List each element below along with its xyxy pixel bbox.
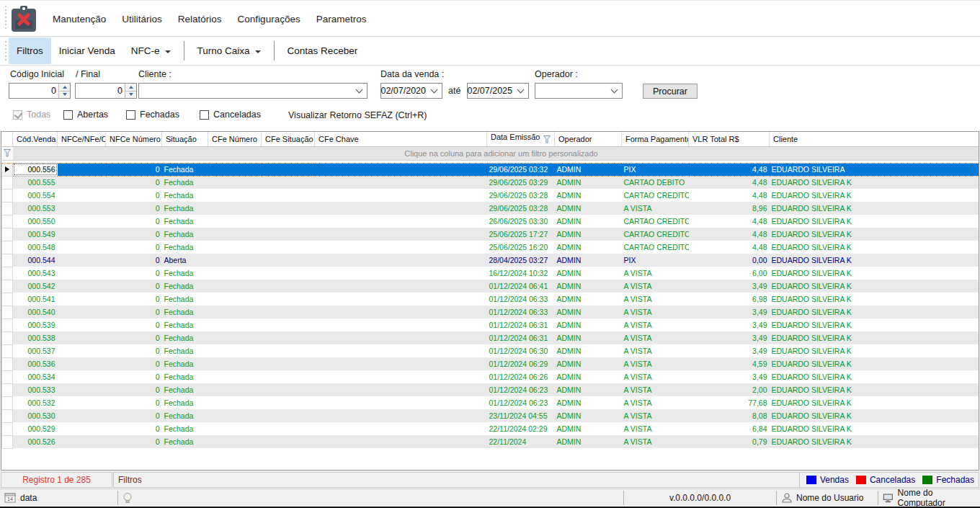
row-indicator-cell[interactable] bbox=[2, 409, 13, 422]
cell-cfe_chave[interactable] bbox=[315, 293, 487, 306]
cell-nfce_nfe_cfe[interactable] bbox=[58, 306, 106, 318]
cell-cfe_numero[interactable] bbox=[208, 357, 262, 370]
cell-cfe_numero[interactable] bbox=[208, 396, 262, 409]
cell-situacao[interactable]: Fechada bbox=[162, 163, 208, 176]
cell-cfe_chave[interactable] bbox=[315, 163, 487, 176]
cell-codigo[interactable]: 000.530 bbox=[13, 409, 58, 422]
cell-nfce_numero[interactable]: 0 bbox=[106, 357, 162, 370]
cell-cfe_situacao[interactable] bbox=[262, 176, 315, 189]
row-indicator-cell[interactable] bbox=[2, 293, 13, 306]
cell-cliente[interactable]: EDUARDO SILVEIRA K bbox=[770, 293, 980, 306]
table-row[interactable]: 000.5480Fechada25/06/2025 16:20ADMINCART… bbox=[2, 241, 980, 254]
cell-operador[interactable]: ADMIN bbox=[555, 176, 622, 189]
cell-cliente[interactable]: EDUARDO SILVEIRA K bbox=[770, 383, 980, 396]
cell-cfe_situacao[interactable] bbox=[262, 318, 315, 331]
cell-cliente[interactable]: EDUARDO SILVEIRA K bbox=[770, 370, 980, 383]
filter-row-header[interactable] bbox=[2, 146, 13, 160]
menu-item-utilit-rios[interactable]: Utilitários bbox=[114, 10, 170, 28]
cell-operador[interactable]: ADMIN bbox=[555, 318, 622, 331]
cell-operador[interactable]: ADMIN bbox=[555, 189, 622, 202]
column-filter-icon[interactable] bbox=[543, 135, 551, 145]
cell-nfce_numero[interactable]: 0 bbox=[106, 370, 162, 383]
cell-forma_pagamento[interactable]: A VISTA bbox=[622, 383, 689, 396]
table-row[interactable]: 000.5490Fechada25/06/2025 17:27ADMINCART… bbox=[2, 228, 980, 241]
cell-data_emissao[interactable]: 01/12/2024 06:29 bbox=[487, 357, 555, 370]
cell-situacao[interactable]: Fechada bbox=[162, 344, 208, 357]
cell-cfe_numero[interactable] bbox=[208, 267, 262, 280]
cell-nfce_numero[interactable]: 0 bbox=[106, 435, 162, 448]
cell-cfe_chave[interactable] bbox=[315, 422, 487, 435]
cell-cfe_numero[interactable] bbox=[208, 163, 262, 176]
cell-operador[interactable]: ADMIN bbox=[555, 422, 622, 435]
cell-cfe_situacao[interactable] bbox=[262, 396, 315, 409]
cell-cfe_situacao[interactable] bbox=[262, 435, 315, 448]
cell-cfe_chave[interactable] bbox=[315, 331, 487, 344]
cell-data_emissao[interactable]: 29/06/2025 03:29 bbox=[487, 176, 555, 189]
cell-vlr_total[interactable]: 4,48 bbox=[689, 215, 770, 228]
cell-codigo[interactable]: 000.541 bbox=[13, 293, 58, 306]
row-indicator-cell[interactable] bbox=[2, 357, 13, 370]
cell-forma_pagamento[interactable]: A VISTA bbox=[622, 202, 689, 215]
cell-data_emissao[interactable]: 29/06/2025 03:28 bbox=[487, 202, 555, 215]
cell-cliente[interactable]: EDUARDO SILVEIRA K bbox=[770, 344, 980, 357]
table-row[interactable]: 000.5300Fechada23/11/2024 04:55ADMINA VI… bbox=[2, 409, 980, 422]
cell-cliente[interactable]: EDUARDO SILVEIRA K bbox=[770, 409, 980, 422]
cell-codigo[interactable]: 000.548 bbox=[13, 241, 58, 254]
cell-nfce_numero[interactable]: 0 bbox=[106, 267, 162, 280]
cell-situacao[interactable]: Fechada bbox=[162, 215, 208, 228]
cell-nfce_numero[interactable]: 0 bbox=[106, 383, 162, 396]
cell-cliente[interactable]: EDUARDO SILVEIRA K bbox=[770, 280, 980, 293]
cell-codigo[interactable]: 000.534 bbox=[13, 370, 58, 383]
cell-cfe_numero[interactable] bbox=[208, 189, 262, 202]
row-indicator-cell[interactable] bbox=[2, 422, 13, 435]
toolbar-grip[interactable] bbox=[5, 41, 6, 61]
cell-codigo[interactable]: 000.544 bbox=[13, 254, 58, 267]
cell-nfce_numero[interactable]: 0 bbox=[106, 202, 162, 215]
cell-nfce_nfe_cfe[interactable] bbox=[58, 176, 106, 189]
cell-nfce_nfe_cfe[interactable] bbox=[58, 396, 106, 409]
table-row[interactable]: 000.5530Fechada29/06/2025 03:28ADMINA VI… bbox=[2, 202, 980, 215]
cell-nfce_numero[interactable]: 0 bbox=[106, 241, 162, 254]
cell-operador[interactable]: ADMIN bbox=[555, 344, 622, 357]
cell-nfce_numero[interactable]: 0 bbox=[106, 306, 162, 318]
cell-codigo[interactable]: 000.540 bbox=[13, 306, 58, 318]
cell-cfe_situacao[interactable] bbox=[262, 267, 315, 280]
table-row[interactable]: 000.5420Fechada01/12/2024 06:41ADMINA VI… bbox=[2, 280, 980, 293]
cell-cfe_chave[interactable] bbox=[315, 176, 487, 189]
table-row[interactable]: 000.5430Fechada16/12/2024 10:32ADMINA VI… bbox=[2, 267, 980, 280]
menu-item-relat-rios[interactable]: Relatórios bbox=[170, 10, 230, 28]
table-row[interactable]: 000.5290Fechada22/11/2024 02:29ADMINA VI… bbox=[2, 422, 980, 435]
cell-cliente[interactable]: EDUARDO SILVEIRA K bbox=[770, 318, 980, 331]
col-header-nfce-n-mero[interactable]: NFCe Número bbox=[106, 132, 162, 146]
col-header-operador[interactable]: Operador bbox=[555, 132, 622, 146]
table-row[interactable]: 000.5400Fechada01/12/2024 06:33ADMINA VI… bbox=[2, 306, 980, 318]
cell-data_emissao[interactable]: 25/06/2025 16:20 bbox=[487, 241, 555, 254]
cell-nfce_numero[interactable]: 0 bbox=[106, 293, 162, 306]
cell-nfce_numero[interactable]: 0 bbox=[106, 344, 162, 357]
cell-situacao[interactable]: Fechada bbox=[162, 435, 208, 448]
row-indicator-cell[interactable] bbox=[2, 189, 13, 202]
cell-operador[interactable]: ADMIN bbox=[555, 293, 622, 306]
cell-nfce_numero[interactable]: 0 bbox=[106, 189, 162, 202]
cell-vlr_total[interactable]: 4,48 bbox=[689, 241, 770, 254]
cell-forma_pagamento[interactable]: A VISTA bbox=[622, 280, 689, 293]
cell-data_emissao[interactable]: 01/12/2024 06:41 bbox=[487, 280, 555, 293]
cell-codigo[interactable]: 000.537 bbox=[13, 344, 58, 357]
cell-cfe_numero[interactable] bbox=[208, 306, 262, 318]
checkbox-canceladas[interactable]: Canceladas bbox=[200, 110, 261, 120]
cell-cfe_numero[interactable] bbox=[208, 331, 262, 344]
tab-iniciar-venda[interactable]: Iniciar Venda bbox=[51, 37, 123, 64]
table-row[interactable]: 000.5340Fechada01/12/2024 06:26ADMINA VI… bbox=[2, 370, 980, 383]
cell-cliente[interactable]: EDUARDO SILVEIRA K bbox=[770, 241, 980, 254]
cell-codigo[interactable]: 000.553 bbox=[13, 202, 58, 215]
cell-codigo[interactable]: 000.556 bbox=[13, 163, 58, 176]
cell-cfe_situacao[interactable] bbox=[262, 202, 315, 215]
menu-item-parametros[interactable]: Parametros bbox=[308, 10, 375, 28]
table-row[interactable]: 000.5370Fechada01/12/2024 06:30ADMINA VI… bbox=[2, 344, 980, 357]
cell-cfe_numero[interactable] bbox=[208, 383, 262, 396]
checkbox-abertas[interactable]: Abertas bbox=[63, 110, 108, 120]
menu-item-configura-es[interactable]: Configurações bbox=[230, 10, 308, 28]
col-header-data-emiss-o[interactable]: Data Emissão bbox=[487, 132, 555, 146]
cell-vlr_total[interactable]: 6,00 bbox=[689, 267, 770, 280]
cell-vlr_total[interactable]: 4,48 bbox=[689, 163, 770, 176]
